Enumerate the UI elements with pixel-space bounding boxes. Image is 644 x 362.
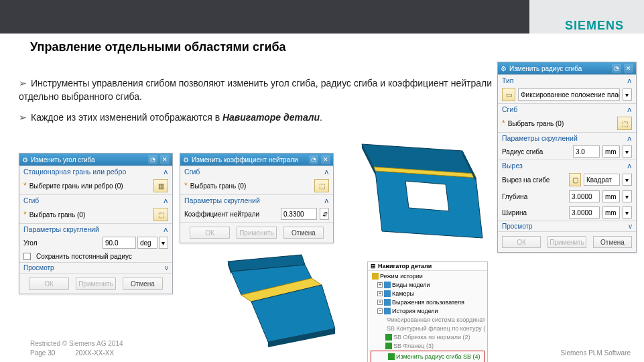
cancel-button[interactable]: Отмена [123,278,163,290]
chevron-up-icon: ʌ [324,168,329,176]
dialog-title-text: Изменить коэффициент нейтрали [192,156,306,164]
nav-item[interactable]: SB Контурный фланец по контуру (1) [369,324,486,333]
close-icon[interactable]: ✕ [321,155,330,164]
bullet-2-suffix: . [320,112,322,123]
chevron-up-icon: ʌ [164,225,168,233]
dialog-change-neutral: ⚙ Изменить коэффициент нейтрали ◔ ✕ Сгиб… [180,153,334,243]
nav-item[interactable]: SB Обрезка по нормали (2) [369,333,486,341]
depth-unit[interactable]: mm [602,190,620,202]
dialog-titlebar[interactable]: ⚙ Изменить коэффициент нейтрали ◔ ✕ [180,154,333,166]
chevron-down-icon: v [629,223,632,230]
apply-button[interactable]: Применить [237,227,277,239]
render-bend-plate [342,137,489,251]
bullet-2-prefix: Каждое из этих изменений отображаются в [31,112,222,123]
pin-icon[interactable]: ◔ [612,64,621,73]
ok-button[interactable]: ОК [190,227,230,239]
footer-copyright: Restricted © Siemens AG 2014 [30,340,123,347]
relief-dropdown[interactable]: Квадрат [584,174,620,186]
footer-page: Page 30 [30,349,55,357]
nav-history-mode[interactable]: Режим истории [369,272,486,280]
type-dropdown[interactable]: Фиксированное положение пластины/фланца [518,88,620,101]
ok-button[interactable]: ОК [29,278,69,290]
relief-dd[interactable]: ▾ [623,174,632,186]
section-preview[interactable]: Просмотрv [19,262,172,273]
gear-icon: ⚙ [183,156,189,164]
dialog-titlebar[interactable]: ⚙ Изменить угол сгиба ◔ ✕ [19,154,172,166]
width-dd[interactable]: ▾ [623,206,632,219]
depth-input[interactable]: 3.0000 [569,190,600,202]
select-face-icon[interactable]: ▥ [153,179,168,192]
section-face[interactable]: Стационарная грань или реброʌ [19,166,172,177]
section-relief[interactable]: Вырезʌ [498,160,636,171]
section-bend[interactable]: Сгибʌ [19,194,172,206]
depth-dd[interactable]: ▾ [623,190,632,202]
footer-date: 20XX-XX-XX [75,349,114,357]
nav-item[interactable]: +Виды модели [369,280,486,289]
depth-label: Глубина [502,193,566,200]
dialog-title-text: Изменить угол сгиба [31,156,145,164]
angle-dropdown[interactable]: ▾ [159,237,168,249]
nav-item[interactable]: +Камеры [369,289,486,298]
chevron-up-icon: ʌ [627,162,632,170]
dialog-change-bend-angle: ⚙ Изменить угол сгиба ◔ ✕ Стационарная г… [19,153,173,294]
page-title: Управление отдельными областями сгиба [30,40,286,54]
nav-item[interactable]: Фиксированная система координат (0) [369,315,486,324]
dialog-titlebar[interactable]: ⚙ Изменить радиус сгиба ◔ ✕ [498,62,636,74]
radius-unit[interactable]: mm [602,145,620,158]
nav-item[interactable]: +Выражения пользователя [369,298,486,306]
section-params[interactable]: Параметры скругленийʌ [180,194,333,206]
apply-button[interactable]: Применить [548,236,586,248]
select-edge-icon[interactable]: ⬚ [153,208,168,221]
section-params[interactable]: Параметры скругленийʌ [498,132,636,143]
radius-input[interactable]: 3.0 [573,145,600,158]
chevron-up-icon: ʌ [627,105,632,113]
section-preview[interactable]: Просмотрv [498,221,636,231]
section-bend[interactable]: Сгибʌ [498,103,636,115]
section-type[interactable]: Типʌ [498,74,636,86]
footer-product: Siemens PLM Software [561,349,631,357]
close-icon[interactable]: ✕ [624,64,633,73]
keep-radius-row[interactable]: Сохранить постоянный радиус [19,251,172,262]
ok-button[interactable]: ОК [502,236,541,248]
body-text: ➢Инструменты управления сгибом позволяют… [19,77,501,133]
chevron-up-icon: ʌ [164,168,168,176]
gear-icon: ⚙ [501,65,507,72]
neutral-input[interactable]: 0.3300 [281,208,317,220]
nav-item[interactable]: −История модели [369,306,486,315]
navigator-title[interactable]: ⊞ Навигатор детали [368,262,487,271]
gear-icon: ⚙ [22,156,28,164]
relief-icon: ▢ [569,173,581,186]
angle-input[interactable]: 90.0 [103,237,136,249]
select-edge-icon[interactable]: ⬚ [617,117,632,130]
radius-dd[interactable]: ▾ [623,145,632,158]
keep-radius-checkbox[interactable] [23,253,31,260]
select-face-row[interactable]: * Выберите грань или ребро (0) ▥ [19,177,172,194]
width-input[interactable]: 3.0000 [569,206,600,219]
neutral-spin[interactable]: ⇵ [320,208,329,220]
width-unit[interactable]: mm [602,206,620,219]
section-params[interactable]: Параметры скругленийʌ [19,223,172,235]
navigator-icon: ⊞ [371,263,376,269]
select-edge-icon[interactable]: ⬚ [314,179,329,192]
angle-unit[interactable]: deg [137,237,157,249]
select-edge-row[interactable]: * Выбрать грань (0) ⬚ [180,177,333,194]
cancel-button[interactable]: Отмена [283,227,324,239]
close-icon[interactable]: ✕ [160,155,170,164]
chevron-up-icon: ʌ [324,196,329,204]
apply-button[interactable]: Применить [76,278,116,290]
chevron-up-icon: ʌ [627,76,632,84]
pin-icon[interactable]: ◔ [309,155,318,164]
header-dark-strip [0,0,529,34]
dialog-change-bend-radius: ⚙ Изменить радиус сгиба ◔ ✕ Типʌ ▭ Фикси… [497,62,637,253]
section-bend[interactable]: Сгибʌ [180,166,333,177]
pin-icon[interactable]: ◔ [148,155,157,164]
radius-label: Радиус сгиба [502,148,570,156]
select-edge-row[interactable]: * Выбрать грань (0) ⬚ [19,206,172,223]
select-edge-row[interactable]: * Выбрать грань (0) ⬚ [498,115,636,132]
chevron-down-icon: v [165,264,168,272]
type-dd-arrow[interactable]: ▾ [623,88,632,101]
bullet-2-em: Навигаторе детали [222,112,320,123]
cancel-button[interactable]: Отмена [593,236,632,248]
neutral-label: Коэффициент нейтрали [184,210,278,218]
type-icon: ▭ [502,88,515,101]
